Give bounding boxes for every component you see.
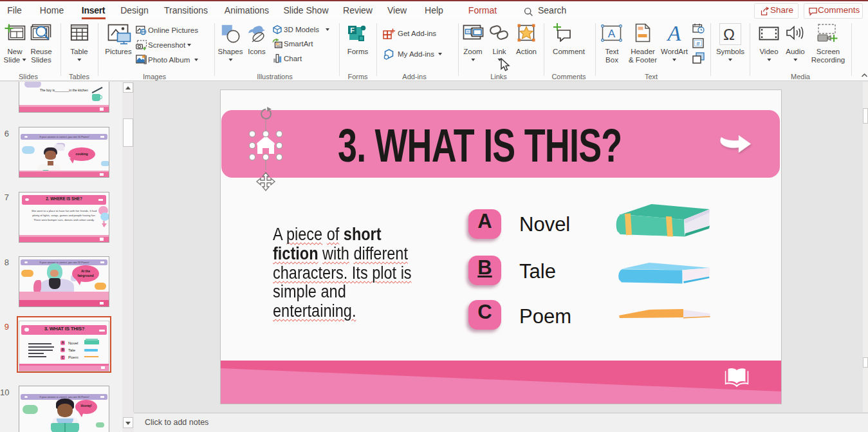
svg-text:A: A [608, 28, 616, 40]
svg-text:F: F [350, 26, 355, 34]
svg-text:#: # [696, 41, 699, 47]
svg-text:A: A [667, 23, 681, 43]
